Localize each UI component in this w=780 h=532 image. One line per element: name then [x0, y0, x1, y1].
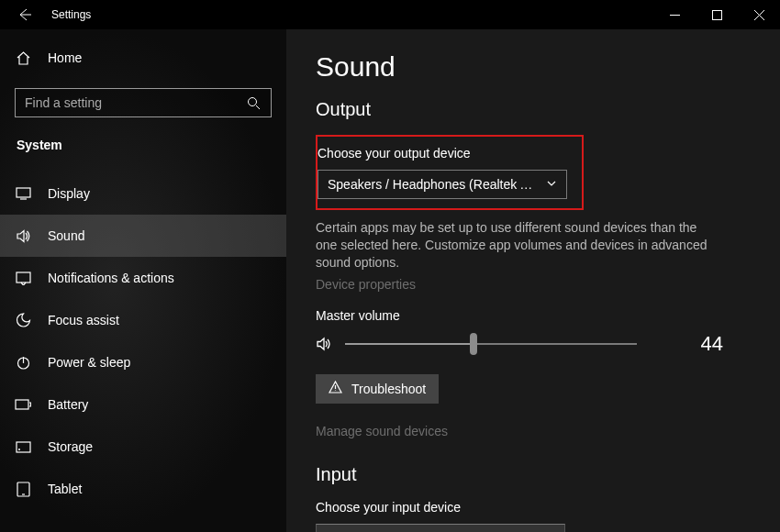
svg-rect-2	[17, 188, 30, 197]
sidebar-section: System	[0, 132, 286, 161]
sidebar-item-label: Tablet	[48, 482, 82, 496]
output-device-highlight: Choose your output device Speakers / Hea…	[316, 135, 584, 210]
svg-point-7	[18, 449, 19, 449]
volume-value: 44	[701, 332, 751, 356]
input-heading: Input	[316, 464, 751, 485]
svg-rect-3	[17, 272, 30, 283]
home-icon	[15, 50, 31, 66]
storage-icon	[15, 438, 31, 455]
display-icon	[15, 185, 31, 202]
output-description: Certain apps may be set up to use differ…	[316, 219, 719, 272]
sidebar-item-display[interactable]: Display	[0, 172, 286, 215]
svg-rect-6	[17, 442, 30, 452]
sidebar-item-power-sleep[interactable]: Power & sleep	[0, 341, 286, 383]
volume-icon	[316, 336, 332, 352]
minimize-button[interactable]	[653, 0, 696, 29]
search-input[interactable]	[25, 95, 245, 110]
sidebar-item-label: Focus assist	[48, 313, 119, 327]
maximize-button[interactable]	[696, 0, 738, 29]
master-volume-label: Master volume	[316, 308, 751, 323]
sidebar-item-label: Notifications & actions	[48, 271, 174, 285]
warning-icon	[329, 381, 342, 396]
back-icon[interactable]	[17, 6, 33, 23]
chevron-down-icon	[546, 177, 557, 192]
sound-icon	[15, 227, 31, 244]
sidebar-item-label: Sound	[48, 228, 84, 243]
device-properties-link[interactable]: Device properties	[316, 277, 751, 292]
output-device-select[interactable]: Speakers / Headphones (Realtek Au...	[318, 170, 567, 199]
input-device-select[interactable]	[316, 524, 565, 532]
sidebar-item-label: Display	[48, 186, 90, 201]
page-title: Sound	[316, 51, 751, 83]
troubleshoot-button[interactable]: Troubleshoot	[316, 374, 439, 404]
power-icon	[15, 354, 31, 371]
close-button[interactable]	[738, 0, 780, 29]
volume-slider[interactable]	[345, 343, 637, 345]
battery-icon	[15, 396, 31, 413]
choose-input-label: Choose your input device	[316, 500, 751, 515]
sidebar-item-sound[interactable]: Sound	[0, 215, 286, 257]
sidebar-item-focus-assist[interactable]: Focus assist	[0, 299, 286, 341]
home-nav[interactable]: Home	[0, 37, 286, 79]
notifications-icon	[15, 270, 31, 286]
sidebar-item-battery[interactable]: Battery	[0, 383, 286, 426]
choose-output-label: Choose your output device	[318, 146, 574, 161]
focus-assist-icon	[15, 312, 31, 328]
sidebar-item-label: Power & sleep	[48, 355, 130, 370]
sidebar-item-tablet[interactable]: Tablet	[0, 468, 286, 510]
output-heading: Output	[316, 99, 751, 120]
slider-thumb[interactable]	[470, 333, 477, 355]
svg-rect-5	[16, 400, 28, 409]
slider-fill	[345, 343, 474, 345]
svg-point-1	[248, 97, 256, 105]
window-title: Settings	[51, 8, 91, 21]
sidebar-item-notifications[interactable]: Notifications & actions	[0, 257, 286, 299]
manage-sound-devices-link[interactable]: Manage sound devices	[316, 424, 751, 438]
output-device-value: Speakers / Headphones (Realtek Au...	[328, 177, 539, 192]
svg-rect-0	[712, 10, 721, 19]
search-input-container[interactable]	[15, 88, 272, 117]
tablet-icon	[15, 481, 31, 497]
sidebar-item-label: Storage	[48, 439, 93, 454]
sidebar-item-label: Battery	[48, 397, 88, 412]
search-icon	[245, 94, 262, 111]
home-label: Home	[48, 50, 82, 65]
sidebar-item-storage[interactable]: Storage	[0, 426, 286, 468]
troubleshoot-label: Troubleshoot	[351, 382, 426, 396]
